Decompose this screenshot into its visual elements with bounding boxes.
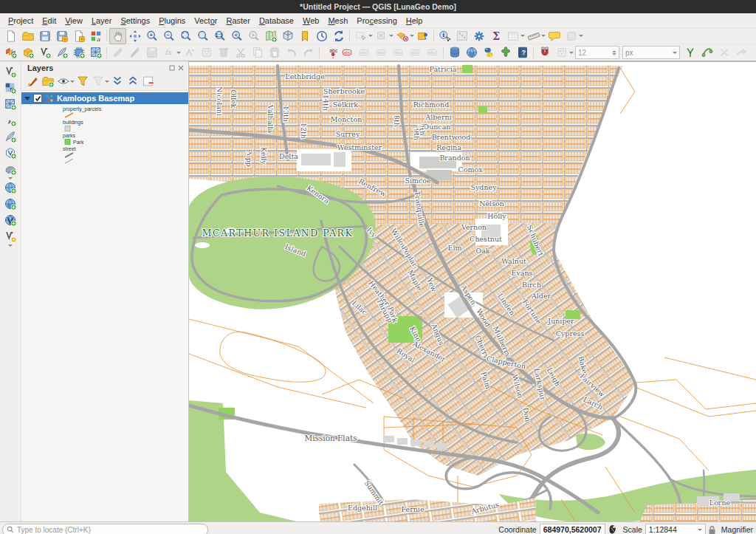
new-mesh-layer-button[interactable] bbox=[70, 44, 87, 61]
new-temporary-scratch-layer-button[interactable] bbox=[53, 44, 70, 61]
add-geopackage-layer-button[interactable] bbox=[2, 145, 19, 161]
metasearch-button[interactable] bbox=[463, 44, 480, 61]
current-edits-button[interactable] bbox=[109, 44, 126, 61]
zoom-last-button[interactable]: < bbox=[228, 28, 245, 44]
pan-map-button[interactable] bbox=[109, 28, 126, 44]
menu-help[interactable]: Help bbox=[402, 15, 427, 27]
refresh-map-button[interactable] bbox=[330, 28, 347, 44]
layer-row-kamloops-basemap[interactable]: Kamloops Basemap bbox=[21, 92, 188, 104]
legend-symbol[interactable] bbox=[64, 152, 188, 158]
select-by-value-button[interactable] bbox=[394, 28, 410, 44]
legend-symbol[interactable] bbox=[64, 126, 188, 131]
menu-layer[interactable]: Layer bbox=[87, 15, 117, 27]
enable-snapping-button[interactable] bbox=[536, 44, 553, 61]
map-canvas[interactable]: LethbridgeSherbrookeSelkirkMonctonSurrey… bbox=[189, 61, 756, 521]
new-virtual-layer-button[interactable] bbox=[87, 44, 104, 61]
add-virtual-layer-dropdown-icon[interactable] bbox=[8, 244, 13, 247]
highlight-pinned-labels-button[interactable]: abc bbox=[356, 44, 373, 61]
add-raster-layer-button[interactable] bbox=[2, 80, 19, 96]
add-delimited-text-layer-button[interactable]: , bbox=[2, 112, 19, 129]
toggle-editing-button[interactable] bbox=[126, 44, 143, 61]
collapse-all-button[interactable] bbox=[125, 74, 140, 89]
identify-features-button[interactable]: i bbox=[436, 28, 453, 44]
add-wcs-layer-button[interactable] bbox=[2, 212, 19, 228]
measure-line-button[interactable] bbox=[525, 28, 542, 44]
disabled-pointer-button[interactable] bbox=[732, 44, 749, 61]
digitize-with-curve-button[interactable]: fx bbox=[160, 44, 177, 61]
enable-tracing-button[interactable] bbox=[698, 44, 715, 61]
filter-by-expression-button[interactable] bbox=[90, 74, 106, 89]
menu-plugins[interactable]: Plugins bbox=[154, 15, 190, 27]
manage-map-themes-button[interactable] bbox=[55, 74, 71, 89]
lock-scale-icon[interactable] bbox=[708, 525, 716, 534]
open-attribute-table-button[interactable] bbox=[504, 28, 521, 44]
add-wms-layer-button[interactable] bbox=[2, 196, 19, 212]
help-contents-button[interactable]: ? bbox=[514, 44, 531, 61]
new-project-button[interactable] bbox=[2, 28, 19, 44]
select-features-button[interactable] bbox=[352, 28, 369, 44]
expand-arrow-icon[interactable] bbox=[24, 97, 30, 100]
select-by-location-button[interactable] bbox=[414, 28, 431, 44]
change-label-properties-button[interactable]: abc bbox=[424, 44, 441, 61]
open-layer-styling-button[interactable] bbox=[24, 74, 40, 89]
legend-symbol[interactable] bbox=[64, 158, 188, 164]
new-geopackage-layer-button[interactable] bbox=[19, 44, 36, 61]
annotations-button[interactable] bbox=[563, 28, 580, 44]
project-properties-button[interactable] bbox=[70, 28, 87, 44]
snapping-type-button[interactable] bbox=[553, 44, 570, 61]
layer-diagram-button[interactable]: abc bbox=[339, 44, 356, 61]
save-project-button[interactable] bbox=[36, 28, 53, 44]
menu-mesh[interactable]: Mesh bbox=[323, 15, 352, 27]
coordinate-input[interactable]: 684970,5620007 bbox=[540, 524, 605, 534]
deselect-features-button[interactable] bbox=[373, 28, 390, 44]
redo-button[interactable] bbox=[300, 44, 317, 61]
vertex-tool-button[interactable] bbox=[198, 44, 215, 61]
menu-view[interactable]: View bbox=[61, 15, 87, 27]
new-3d-map-view-button[interactable] bbox=[279, 28, 296, 44]
new-map-view-button[interactable] bbox=[262, 28, 279, 44]
panel-close-icon[interactable] bbox=[178, 65, 184, 71]
style-manager-button[interactable]: a bbox=[87, 28, 104, 44]
legend-symbol[interactable] bbox=[64, 112, 188, 118]
menu-project[interactable]: Project bbox=[4, 15, 38, 27]
layer-tree[interactable]: Kamloops Basemap property_parcelsbuildin… bbox=[21, 90, 188, 521]
cut-features-button[interactable] bbox=[232, 44, 249, 61]
menu-database[interactable]: Database bbox=[255, 15, 298, 27]
filter-legend-button[interactable] bbox=[75, 74, 90, 89]
zoom-in-button[interactable]: + bbox=[143, 28, 160, 44]
zoom-to-selection-button[interactable] bbox=[194, 28, 211, 44]
menu-web[interactable]: Web bbox=[298, 15, 323, 27]
menu-raster[interactable]: Raster bbox=[221, 15, 254, 27]
add-feature-button[interactable] bbox=[181, 44, 198, 61]
disabled-clear-button[interactable] bbox=[715, 44, 732, 61]
layer-labeling-button[interactable]: abc bbox=[322, 44, 339, 61]
add-postgis-layer-button[interactable] bbox=[2, 161, 19, 177]
new-shapefile-layer-button[interactable] bbox=[36, 44, 53, 61]
expand-all-button[interactable] bbox=[109, 74, 125, 89]
python-console-button[interactable] bbox=[480, 44, 497, 61]
add-virtual-layer-button[interactable] bbox=[2, 228, 19, 244]
menu-processing[interactable]: Processing bbox=[352, 15, 401, 27]
undo-button[interactable] bbox=[283, 44, 300, 61]
add-scratch-layer-button[interactable] bbox=[2, 129, 19, 145]
legend-class-buildings[interactable]: buildings bbox=[63, 120, 188, 126]
add-vector-layer-button[interactable] bbox=[2, 64, 19, 80]
map-tips-button[interactable] bbox=[546, 28, 563, 44]
topological-editing-button[interactable] bbox=[681, 44, 698, 61]
layer-checkbox[interactable] bbox=[33, 94, 42, 103]
menu-edit[interactable]: Edit bbox=[38, 15, 61, 27]
add-spatialite-layer-button[interactable] bbox=[2, 179, 19, 196]
move-label-button[interactable]: abc bbox=[407, 44, 424, 61]
copy-features-button[interactable] bbox=[249, 44, 266, 61]
plugin-manager-button[interactable] bbox=[497, 44, 514, 61]
run-feature-action-button[interactable] bbox=[453, 28, 470, 44]
legend-symbol[interactable]: Park bbox=[64, 139, 188, 145]
open-project-button[interactable] bbox=[19, 28, 36, 44]
show-bookmarks-button[interactable] bbox=[296, 28, 313, 44]
scale-combo[interactable]: 1:12844 bbox=[645, 524, 706, 534]
temporal-controller-button[interactable] bbox=[313, 28, 330, 44]
paste-features-button[interactable] bbox=[266, 44, 283, 61]
remove-layer-button[interactable] bbox=[140, 74, 156, 89]
zoom-next-button[interactable]: > bbox=[245, 28, 262, 44]
snapping-tolerance-spinner[interactable]: 12 bbox=[575, 46, 619, 59]
